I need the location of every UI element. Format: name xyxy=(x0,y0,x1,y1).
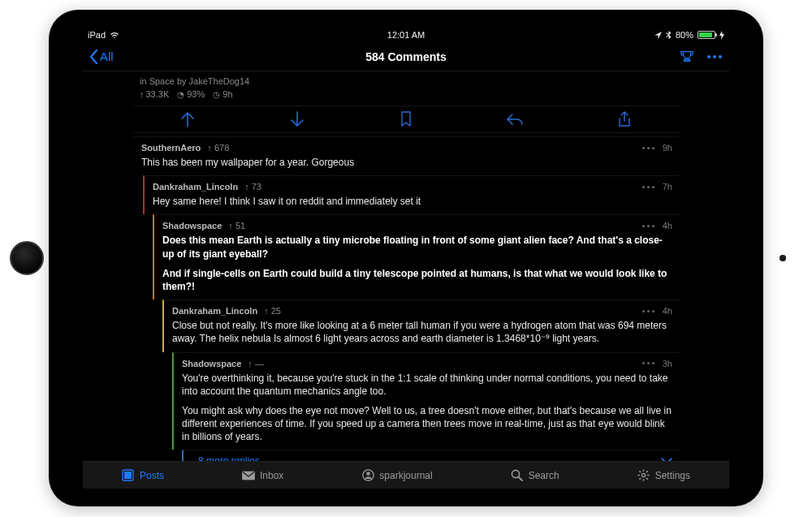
comment-user[interactable]: SouthernAero xyxy=(141,143,201,153)
share-button[interactable] xyxy=(615,110,633,128)
tab-label: Search xyxy=(529,470,559,481)
comment-header: Dankraham_Lincoln254h xyxy=(172,306,672,316)
comment-header: Shadowspace—3h xyxy=(182,359,672,368)
comment-score: 25 xyxy=(264,306,281,316)
app-screen: iPad 12:01 AM 80% xyxy=(83,28,729,489)
tab-settings[interactable]: Settings xyxy=(637,469,690,482)
svg-point-4 xyxy=(366,472,369,475)
comment-age: 4h xyxy=(663,306,672,316)
save-button[interactable] xyxy=(397,110,415,128)
comment-age: 3h xyxy=(663,359,672,368)
comment-user[interactable]: Shadowspace xyxy=(162,221,222,230)
comment-age: 9h xyxy=(663,143,672,153)
comment[interactable]: Dankraham_Lincoln254hClose but not reall… xyxy=(162,299,679,351)
comment-more-button[interactable] xyxy=(642,186,654,188)
comment-age: 7h xyxy=(663,182,672,192)
comment-header: Shadowspace514h xyxy=(162,221,672,230)
carrier-label: iPad xyxy=(88,30,106,40)
ipad-camera xyxy=(780,255,786,261)
comment-text: And if single-cells on Earth could build… xyxy=(162,268,667,292)
post-upvotes: 33.3K xyxy=(140,89,169,99)
post-author[interactable]: JakeTheDog14 xyxy=(189,76,250,86)
post-by-label: by xyxy=(177,76,187,86)
tab-label: Settings xyxy=(655,470,690,481)
ipad-frame: iPad 12:01 AM 80% xyxy=(49,10,763,506)
reply-button[interactable] xyxy=(506,110,524,128)
comment-text: You might ask why does the eye not move?… xyxy=(182,404,672,444)
profile-icon xyxy=(361,469,374,482)
comment[interactable]: Dankraham_Lincoln737hHey same here! I th… xyxy=(143,175,679,214)
post-in-label: in xyxy=(140,76,147,86)
more-replies-row[interactable]: 8 more replies xyxy=(182,450,679,461)
back-button[interactable]: All xyxy=(89,50,114,64)
tab-posts[interactable]: Posts xyxy=(122,469,164,482)
nav-bar: All 584 Comments xyxy=(83,42,729,71)
comment-body: Hey same here! I think I saw it on reddi… xyxy=(153,192,672,208)
post-percent: 93% xyxy=(177,89,205,99)
comment-text: Hey same here! I think I saw it on reddi… xyxy=(153,195,672,208)
reply-icon xyxy=(506,113,524,126)
upvote-button[interactable] xyxy=(179,110,197,128)
svg-line-13 xyxy=(646,471,648,472)
location-icon xyxy=(654,32,662,39)
svg-point-6 xyxy=(642,473,646,476)
comment-more-button[interactable] xyxy=(642,225,654,227)
arrow-down-icon xyxy=(290,111,304,127)
comment-score: — xyxy=(248,359,264,368)
svg-point-5 xyxy=(512,470,520,477)
comment-body: You're overthinking it, because you're s… xyxy=(182,368,672,444)
svg-rect-1 xyxy=(124,472,132,479)
comment[interactable]: Shadowspace514hDoes this mean Earth is a… xyxy=(153,214,679,299)
sort-button[interactable] xyxy=(679,49,695,65)
status-bar: iPad 12:01 AM 80% xyxy=(83,28,729,42)
ipad-home-button xyxy=(10,241,44,275)
comment-text: Close but not really. It's more like loo… xyxy=(172,319,672,345)
svg-line-14 xyxy=(639,478,641,480)
svg-line-11 xyxy=(639,471,641,472)
more-button[interactable] xyxy=(706,49,723,65)
comment[interactable]: Shadowspace—3hYou're overthinking it, be… xyxy=(172,352,679,450)
comments-list: SouthernAero6789hThis has been my wallpa… xyxy=(133,136,679,450)
bluetooth-icon xyxy=(666,31,672,40)
post-action-bar xyxy=(133,106,679,133)
trophy-icon xyxy=(680,50,694,64)
comment-user[interactable]: Dankraham_Lincoln xyxy=(153,182,238,192)
comment-header: SouthernAero6789h xyxy=(141,143,672,153)
comment-more-button[interactable] xyxy=(642,362,654,364)
posts-icon xyxy=(122,469,135,482)
share-icon xyxy=(618,111,631,127)
tab-label: sparkjournal xyxy=(379,470,432,481)
tab-profile[interactable]: sparkjournal xyxy=(361,469,432,482)
settings-icon xyxy=(637,469,650,482)
comment-header: Dankraham_Lincoln737h xyxy=(153,182,672,192)
battery-icon xyxy=(698,31,715,39)
post-meta: in Space by JakeTheDog14 xyxy=(133,71,679,88)
comment-score: 51 xyxy=(228,221,245,230)
tab-label: Inbox xyxy=(260,470,283,481)
downvote-button[interactable] xyxy=(288,110,306,128)
content-scroll[interactable]: in Space by JakeTheDog14 33.3K 93% 9h xyxy=(83,71,729,461)
comment-score: 678 xyxy=(207,143,229,153)
back-label: All xyxy=(100,50,114,63)
comment-user[interactable]: Shadowspace xyxy=(182,359,241,368)
comment[interactable]: SouthernAero6789hThis has been my wallpa… xyxy=(133,136,679,175)
post-stats: 33.3K 93% 9h xyxy=(133,88,679,106)
comment-text: This has been my wallpaper for a year. G… xyxy=(141,156,672,169)
tab-bar: Posts Inbox sparkjournal Search xyxy=(83,461,729,489)
bookmark-icon xyxy=(400,111,412,127)
comment-body: Does this mean Earth is actually a tiny … xyxy=(162,230,672,293)
tab-search[interactable]: Search xyxy=(511,469,559,482)
comment-text: You're overthinking it, because you're s… xyxy=(182,372,672,398)
comment-more-button[interactable] xyxy=(642,147,654,149)
comment-age: 4h xyxy=(663,221,672,230)
post-subreddit[interactable]: Space xyxy=(149,76,175,86)
comment-text: Does this mean Earth is actually a tiny … xyxy=(162,235,663,259)
arrow-up-icon xyxy=(180,111,195,127)
charging-icon xyxy=(719,31,724,40)
more-dots-icon xyxy=(707,55,722,58)
tab-inbox[interactable]: Inbox xyxy=(242,469,283,482)
chevron-left-icon xyxy=(89,50,98,64)
comment-user[interactable]: Dankraham_Lincoln xyxy=(172,306,257,316)
post-age: 9h xyxy=(213,89,232,99)
comment-more-button[interactable] xyxy=(642,310,654,312)
